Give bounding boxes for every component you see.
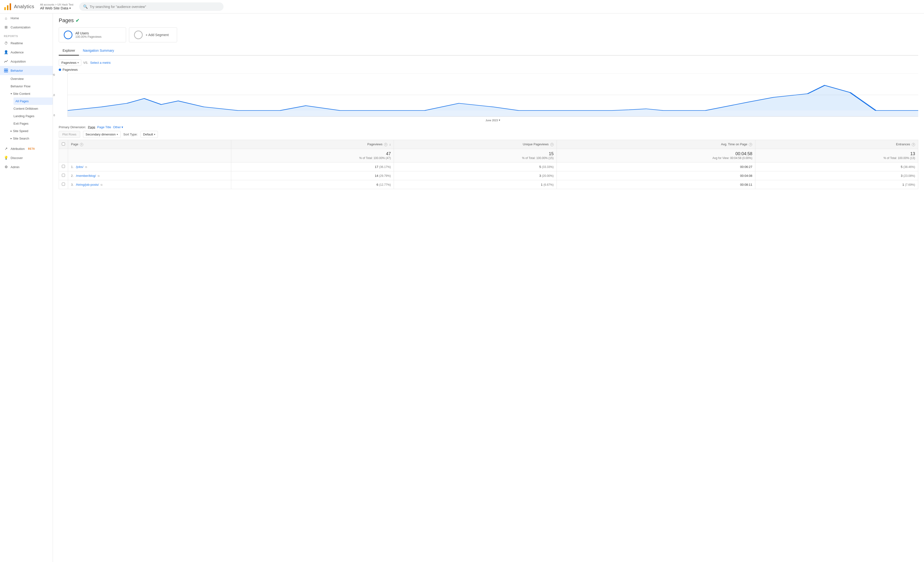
th-page: Page ? bbox=[68, 140, 231, 149]
sidebar-item-admin[interactable]: ⚙ Admin bbox=[0, 162, 53, 172]
row-pageviews: 6 (12.77%) bbox=[231, 180, 394, 189]
main-layout: ⌂ Home ⊞ Customization REPORTS ⏱ Realtim… bbox=[0, 13, 924, 562]
svg-rect-5 bbox=[4, 69, 6, 70]
sidebar-item-discover[interactable]: 💡 Discover bbox=[0, 153, 53, 162]
row-checkbox-cell bbox=[59, 171, 68, 180]
row-checkbox[interactable] bbox=[62, 183, 65, 186]
person-icon: 👤 bbox=[4, 50, 8, 54]
total-pv-pct: % of Total: 100.00% (47) bbox=[234, 156, 391, 160]
search-icon: 🔍 bbox=[83, 4, 88, 9]
sidebar-item-label: Behavior bbox=[10, 69, 23, 72]
select-all-checkbox[interactable] bbox=[62, 142, 65, 145]
row-checkbox-cell bbox=[59, 180, 68, 189]
primary-dim-page-title[interactable]: Page Title bbox=[97, 125, 111, 129]
data-table: Page ? Pageviews ? ↓ Unique Pageviews ? … bbox=[59, 140, 918, 189]
x-axis-label: June 2023 ▾ bbox=[486, 118, 500, 122]
sidebar-item-site-search[interactable]: ▸ Site Search bbox=[10, 135, 53, 142]
page-title-row: Pages ✔ bbox=[59, 17, 918, 24]
page-link[interactable]: /hiring/job-posts/ bbox=[76, 183, 99, 186]
sidebar-item-landing-pages[interactable]: Landing Pages bbox=[14, 112, 53, 120]
tab-explorer[interactable]: Explorer bbox=[59, 46, 79, 55]
sidebar-item-site-speed[interactable]: ▸ Site Speed bbox=[10, 127, 53, 135]
total-entrances: 13 % of Total: 100.00% (13) bbox=[755, 149, 918, 162]
sidebar-item-home[interactable]: ⌂ Home bbox=[0, 13, 53, 22]
avg-time-help-icon[interactable]: ? bbox=[749, 143, 752, 146]
page-help-icon[interactable]: ? bbox=[80, 143, 83, 146]
th-entrances: Entrances ? bbox=[755, 140, 918, 149]
row-num: 1. bbox=[71, 165, 74, 169]
primary-dim-row: Primary Dimension: Page Page Title Other… bbox=[59, 125, 918, 129]
add-segment-box[interactable]: + Add Segment bbox=[129, 27, 177, 42]
search-bar[interactable]: 🔍 bbox=[79, 2, 224, 11]
plot-rows-button[interactable]: Plot Rows bbox=[59, 131, 80, 138]
row-entrances: 3 (23.08%) bbox=[755, 171, 918, 180]
other-dropdown[interactable]: Other ▾ bbox=[113, 125, 123, 129]
sidebar-item-behavior-flow[interactable]: Behavior Flow bbox=[10, 82, 53, 90]
chevron-down-icon: ▾ bbox=[499, 118, 500, 122]
tabs-row: Explorer Navigation Summary bbox=[59, 46, 918, 55]
behavior-submenu: Overview Behavior Flow ▾ Site Content Al… bbox=[0, 75, 53, 142]
row-ent-pct: (38.46%) bbox=[903, 165, 915, 169]
select-metric-link[interactable]: Select a metric bbox=[90, 61, 111, 64]
pageviews-help-icon[interactable]: ? bbox=[384, 143, 387, 146]
sidebar-item-overview[interactable]: Overview bbox=[10, 75, 53, 82]
sidebar-item-attribution[interactable]: ↗ Attribution BETA bbox=[0, 144, 53, 153]
page-link[interactable]: /jobs/ bbox=[76, 165, 83, 169]
behavior-icon bbox=[4, 68, 8, 73]
sidebar-item-label: Admin bbox=[10, 165, 20, 169]
account-name[interactable]: All Web Site Data ▾ bbox=[40, 6, 74, 10]
secondary-dimension-dropdown[interactable]: Secondary dimension ▾ bbox=[83, 131, 120, 138]
sort-dropdown[interactable]: Default ▾ bbox=[141, 131, 158, 138]
th-avg-time: Avg. Time on Page ? bbox=[556, 140, 755, 149]
primary-dim-page[interactable]: Page bbox=[88, 125, 95, 129]
chevron-down-icon: ▾ bbox=[69, 6, 71, 10]
copy-icon[interactable]: ⧉ bbox=[100, 183, 102, 186]
svg-marker-12 bbox=[68, 85, 918, 117]
entrances-help-icon[interactable]: ? bbox=[912, 143, 915, 146]
account-selector[interactable]: All accounts > UX Hack Test All Web Site… bbox=[40, 3, 74, 10]
pageviews-dot bbox=[59, 69, 61, 71]
th-unique-pageviews: Unique Pageviews ? bbox=[394, 140, 557, 149]
gear-icon: ⚙ bbox=[4, 165, 8, 169]
copy-icon[interactable]: ⧉ bbox=[85, 165, 87, 168]
total-unique-pct: % of Total: 100.00% (15) bbox=[397, 156, 554, 160]
sidebar-item-customization[interactable]: ⊞ Customization bbox=[0, 22, 53, 32]
sidebar-item-behavior[interactable]: Behavior bbox=[0, 66, 53, 75]
sidebar-item-content-drilldown[interactable]: Content Drilldown bbox=[14, 105, 53, 112]
row-checkbox[interactable] bbox=[62, 174, 65, 177]
y-max: 20 bbox=[53, 73, 55, 76]
tab-navigation-summary[interactable]: Navigation Summary bbox=[79, 46, 118, 55]
segment-name: All Users bbox=[75, 31, 102, 35]
segment-info: All Users 100.00% Pageviews bbox=[75, 31, 102, 39]
sidebar-item-realtime[interactable]: ⏱ Realtime bbox=[0, 39, 53, 48]
row-checkbox[interactable] bbox=[62, 165, 65, 168]
legend-label: Pageviews bbox=[63, 68, 78, 72]
th-pageviews[interactable]: Pageviews ? ↓ bbox=[231, 140, 394, 149]
row-num: 3. bbox=[71, 183, 74, 186]
vs-label: VS. bbox=[83, 61, 88, 64]
svg-rect-8 bbox=[6, 71, 8, 72]
collapse-icon: ▾ bbox=[10, 92, 12, 95]
sidebar-item-label: Home bbox=[10, 16, 19, 20]
total-unique: 15 % of Total: 100.00% (15) bbox=[394, 149, 557, 162]
page-link[interactable]: /member/blog/ bbox=[76, 174, 96, 178]
sidebar-item-audience[interactable]: 👤 Audience bbox=[0, 48, 53, 57]
sidebar-item-all-pages[interactable]: All Pages bbox=[14, 97, 53, 105]
svg-rect-2 bbox=[10, 3, 11, 10]
primary-dim-label: Primary Dimension: bbox=[59, 125, 86, 129]
row-checkbox-cell bbox=[59, 162, 68, 171]
copy-icon[interactable]: ⧉ bbox=[98, 174, 100, 177]
sidebar-item-exit-pages[interactable]: Exit Pages bbox=[14, 120, 53, 127]
row-avg-time: 00:04:08 bbox=[556, 171, 755, 180]
metric-dropdown[interactable]: Pageviews ▾ bbox=[59, 59, 81, 66]
row-pageviews: 17 (36.17%) bbox=[231, 162, 394, 171]
unique-pv-help-icon[interactable]: ? bbox=[550, 143, 554, 146]
sidebar-item-site-content[interactable]: ▾ Site Content bbox=[10, 90, 53, 97]
row-page-cell: 2. /member/blog/ ⧉ bbox=[68, 171, 231, 180]
table-row: 1. /jobs/ ⧉ 17 (36.17%) 5 (33.33%) 00:06… bbox=[59, 162, 918, 171]
total-entrances-pct: % of Total: 100.00% (13) bbox=[758, 156, 915, 160]
sidebar-item-acquisition[interactable]: Acquisition bbox=[0, 57, 53, 66]
home-icon: ⌂ bbox=[4, 16, 8, 20]
search-input[interactable] bbox=[90, 5, 220, 9]
all-users-segment[interactable]: All Users 100.00% Pageviews bbox=[59, 27, 126, 42]
